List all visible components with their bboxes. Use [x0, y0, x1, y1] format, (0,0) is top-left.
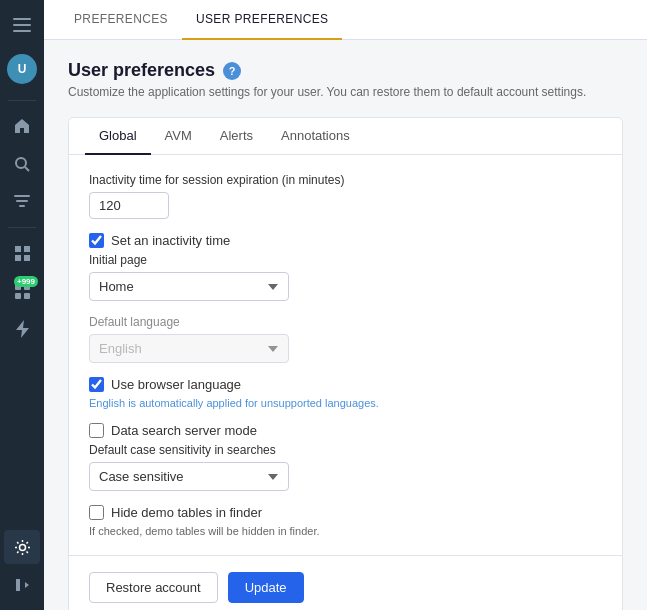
help-icon[interactable]: ?: [223, 62, 241, 80]
default-language-select: English: [89, 334, 289, 363]
preferences-card: Global AVM Alerts Annotations Inactivity…: [68, 117, 623, 610]
data-search-label[interactable]: Data search server mode: [111, 423, 257, 438]
divider: [8, 100, 36, 101]
data-search-checkbox[interactable]: [89, 423, 104, 438]
hide-demo-label[interactable]: Hide demo tables in finder: [111, 505, 262, 520]
svg-rect-2: [13, 30, 31, 32]
use-browser-language-label[interactable]: Use browser language: [111, 377, 241, 392]
tab-preferences[interactable]: PREFERENCES: [60, 0, 182, 40]
hide-demo-row: Hide demo tables in finder: [89, 505, 602, 520]
form-area: Inactivity time for session expiration (…: [69, 155, 622, 555]
case-sensitivity-select[interactable]: Case sensitive Case insensitive: [89, 462, 289, 491]
card-tabs: Global AVM Alerts Annotations: [69, 118, 622, 155]
main-area: PREFERENCES User preferences User prefer…: [44, 0, 647, 610]
svg-point-3: [16, 158, 26, 168]
hide-demo-hint: If checked, demo tables will be hidden i…: [89, 525, 602, 537]
svg-rect-5: [14, 195, 30, 197]
svg-rect-9: [24, 246, 30, 252]
svg-point-17: [19, 544, 25, 550]
page-header: User preferences ?: [68, 60, 623, 81]
restore-account-button[interactable]: Restore account: [89, 572, 218, 603]
sidebar-item-home[interactable]: [4, 109, 40, 143]
svg-rect-6: [16, 200, 28, 202]
topnav: PREFERENCES User preferences: [44, 0, 647, 40]
svg-rect-7: [19, 205, 25, 207]
tab-avm[interactable]: AVM: [151, 118, 206, 155]
divider2: [8, 227, 36, 228]
use-browser-language-checkbox[interactable]: [89, 377, 104, 392]
initial-page-select[interactable]: Home Dashboard Search: [89, 272, 289, 301]
default-language-label: Default language: [89, 315, 602, 329]
set-inactivity-label[interactable]: Set an inactivity time: [111, 233, 230, 248]
use-browser-language-row: Use browser language: [89, 377, 602, 392]
svg-rect-10: [15, 255, 21, 261]
svg-marker-16: [16, 320, 29, 338]
avatar[interactable]: U: [7, 54, 37, 84]
notification-badge: +999: [14, 276, 38, 287]
case-sensitivity-label: Default case sensitivity in searches: [89, 443, 602, 457]
action-row: Restore account Update: [69, 555, 622, 610]
sidebar-item-filter[interactable]: [4, 185, 40, 219]
hide-demo-checkbox[interactable]: [89, 505, 104, 520]
inactivity-label: Inactivity time for session expiration (…: [89, 173, 602, 187]
tab-annotations[interactable]: Annotations: [267, 118, 364, 155]
update-button[interactable]: Update: [228, 572, 304, 603]
tab-alerts[interactable]: Alerts: [206, 118, 267, 155]
svg-rect-1: [13, 24, 31, 26]
svg-line-4: [25, 167, 29, 171]
data-search-row: Data search server mode: [89, 423, 602, 438]
sidebar-menu[interactable]: [4, 8, 40, 42]
sidebar-item-exit[interactable]: [4, 568, 40, 602]
set-inactivity-checkbox[interactable]: [89, 233, 104, 248]
tab-user-preferences[interactable]: User preferences: [182, 0, 342, 40]
sidebar-item-lightning[interactable]: [4, 312, 40, 346]
inactivity-group: Inactivity time for session expiration (…: [89, 173, 602, 219]
sidebar-item-settings[interactable]: [4, 530, 40, 564]
default-language-group: Default language English: [89, 315, 602, 363]
case-sensitivity-group: Default case sensitivity in searches Cas…: [89, 443, 602, 491]
sidebar: U +999: [0, 0, 44, 610]
svg-rect-15: [24, 293, 30, 299]
sidebar-item-search[interactable]: [4, 147, 40, 181]
tab-global[interactable]: Global: [85, 118, 151, 155]
svg-rect-8: [15, 246, 21, 252]
browser-language-hint: English is automatically applied for uns…: [89, 397, 602, 409]
svg-rect-11: [24, 255, 30, 261]
inactivity-input[interactable]: [89, 192, 169, 219]
svg-rect-0: [13, 18, 31, 20]
content-area: User preferences ? Customize the applica…: [44, 40, 647, 610]
page-title: User preferences: [68, 60, 215, 81]
sidebar-item-grid2[interactable]: +999: [4, 274, 40, 308]
initial-page-label: Initial page: [89, 253, 602, 267]
sidebar-item-grid[interactable]: [4, 236, 40, 270]
svg-rect-14: [15, 293, 21, 299]
initial-page-group: Initial page Home Dashboard Search: [89, 253, 602, 301]
page-subtitle: Customize the application settings for y…: [68, 85, 623, 99]
set-inactivity-row: Set an inactivity time: [89, 233, 602, 248]
